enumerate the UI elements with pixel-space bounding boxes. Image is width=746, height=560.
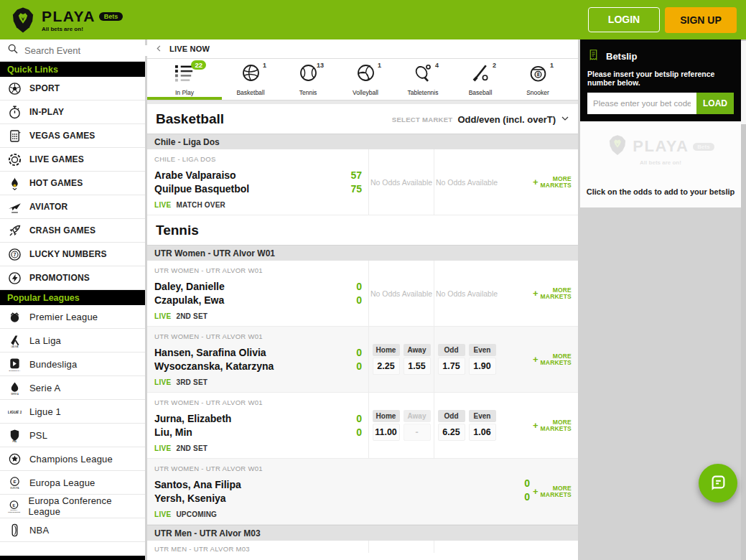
sidebar-item[interactable]: AVIATOR [0,195,145,219]
sport-tab[interactable]: 1 Basketball [222,59,279,100]
more-markets-button[interactable]: +MOREMARKETS [533,419,572,432]
uel-icon: EEUROPA [6,475,22,490]
sidebar-item[interactable]: LIVE GAMES [0,148,145,172]
odds-button[interactable]: Home11.00 [373,410,400,441]
more-markets-label: MOREMARKETS [541,485,572,498]
odds-column: No Odds Available [434,149,499,215]
more-markets-button[interactable]: +MOREMARKETS [533,353,572,366]
league-item[interactable]: EEUROPACONFERENCE Europa Conference Leag… [0,495,145,518]
sidebar-item[interactable]: HOT GAMES [0,172,145,195]
sport-tab[interactable]: 4 Tabletennis [394,59,452,100]
score-value: 0 [338,412,362,426]
match-scores: 5775 [338,169,368,196]
match-phase: MATCH OVER [176,201,225,209]
league-item[interactable]: NBA [0,518,145,542]
search-input[interactable] [24,45,151,56]
tabletennis-icon [413,62,434,86]
snooker-icon: 8 [528,62,549,86]
league-item-label: Serie A [29,383,60,393]
team-name: Yersh, Kseniya [154,492,503,505]
league-item[interactable]: LIGUE 1 Ligue 1 [0,400,145,424]
match-details[interactable]: UTR WOMEN - UTR ALVOR W01Santos, Ana Fil… [147,459,503,524]
plus-icon: + [533,356,538,363]
match-scores: 00 [338,412,368,439]
score-value: 0 [338,280,362,294]
more-markets-button[interactable]: +MOREMARKETS [533,485,572,498]
odds-value: 1.55 [404,358,431,375]
section-title: Tennis [156,223,199,238]
betcode-input[interactable] [587,93,696,114]
match-status: LIVE3RD SET [154,378,368,386]
sidebar-item[interactable]: 7 LUCKY NUMBERS [0,243,145,266]
sidebar-item[interactable]: IN-PLAY [0,101,145,124]
sport-tab[interactable]: 8 1 Snooker [509,59,567,100]
odds-button[interactable]: Even1.06 [469,410,496,441]
league-item[interactable]: Champions League [0,447,145,471]
tab-icon-wrap: 1 [238,63,264,86]
chat-button[interactable] [699,464,737,503]
match-details[interactable]: CHILE - LIGA DOSArabe ValparaisoQuilpue … [147,149,368,215]
odds-column: No Odds Available [368,149,434,215]
odds-button[interactable]: Home2.25 [373,344,400,375]
betslip-empty-area: PLAYA Bets All bets are on! Click on the… [580,121,741,207]
lucky-icon: 7 [6,246,22,262]
brand-line: PLAYA Bets [42,8,123,25]
more-markets-label: MOREMARKETS [541,176,572,189]
match-details[interactable]: UTR WOMEN - UTR ALVOR W01Daley, Danielle… [147,261,368,326]
sport-tab[interactable]: 22 In Play [147,59,222,100]
sport-tabs: 22 In Play 1 Basketball 13 Tennis 1 Voll… [147,59,578,101]
match-details[interactable]: UTR MEN - UTR ALVOR M03 [147,541,368,553]
team-name: Hansen, Sarafina Olivia [154,346,338,360]
score-value: 0 [338,360,362,373]
sport-tab[interactable]: 13 Tennis [279,59,337,100]
svg-text:E: E [12,503,15,507]
league-item[interactable]: BUNDESLIGA Bundesliga [0,353,145,376]
back-chevron-icon[interactable] [155,42,163,55]
odds-button[interactable]: Away1.55 [404,344,431,375]
sport-tab[interactable]: 2 Baseball [452,59,509,100]
odds-column: Home11.00Away- [368,393,434,458]
sidebar-item[interactable]: PROMOTIONS [0,266,145,290]
odds-button[interactable]: Odd6.25 [438,410,465,441]
playa-watermark: PLAYA Bets All bets are on! [580,134,741,166]
signup-button[interactable]: SIGN UP [665,7,737,33]
score-value: 57 [338,169,362,182]
league-item[interactable]: Premier League [0,305,145,329]
league-item-label: La Liga [29,335,61,346]
market-selector[interactable]: SELECT MARKETOdd/even (incl. overT) [392,113,569,126]
live-badge: LIVE [154,312,171,320]
match-details[interactable]: UTR WOMEN - UTR ALVOR W01Hansen, Sarafin… [147,327,368,392]
match-row: UTR WOMEN - UTR ALVOR W01Daley, Danielle… [147,261,578,327]
odds-pair: Home2.25Away1.55 [373,344,431,375]
page-scrollbar[interactable] [741,39,746,560]
odds-button[interactable]: Odd1.75 [438,344,465,375]
league-item[interactable]: EEUROPA Europa League [0,471,145,495]
scrollbar-thumb[interactable] [741,41,746,124]
match-details[interactable]: UTR WOMEN - UTR ALVOR W01Jurna, Elizabet… [147,393,368,458]
sidebar-item[interactable]: VEGAS GAMES [0,124,145,148]
sidebar-item-label: IN-PLAY [29,107,64,117]
plus-icon: + [533,290,538,297]
more-markets-button[interactable]: +MOREMARKETS [533,287,572,300]
popular-leagues-list: Premier League LALIGA La Liga BUNDESLIGA… [0,305,145,542]
more-markets-button[interactable]: +MOREMARKETS [533,176,572,189]
watermark-badge: Bets [693,143,714,151]
league-item[interactable]: LALIGA La Liga [0,329,145,353]
app-root: PLAYA Bets All bets are on! LOGIN SIGN U… [0,0,746,560]
match-league-caps: UTR WOMEN - UTR ALVOR W01 [154,266,368,274]
match-teams: Jurna, ElizabethLiu, Min00 [154,412,368,439]
sidebar-item[interactable]: SPORT [0,77,145,101]
odds-label: Even [469,410,496,422]
sport-tab[interactable]: 1 Volleyball [337,59,394,100]
odds-button[interactable]: Even1.90 [469,344,496,375]
league-item[interactable]: PSL PSL [0,424,145,447]
league-item[interactable]: SERIE A Serie A [0,376,145,400]
watermark-row: PLAYA Bets [607,134,714,159]
playa-logo[interactable]: PLAYA Bets All bets are on! [9,6,123,34]
load-button[interactable]: LOAD [696,93,734,114]
match-row: CHILE - LIGA DOSArabe ValparaisoQuilpue … [147,149,578,215]
sidebar-item[interactable]: CRASH GAMES [0,219,145,243]
odds-label: Odd [438,410,465,422]
match-status: LIVEMATCH OVER [154,201,368,209]
login-button[interactable]: LOGIN [588,7,660,32]
